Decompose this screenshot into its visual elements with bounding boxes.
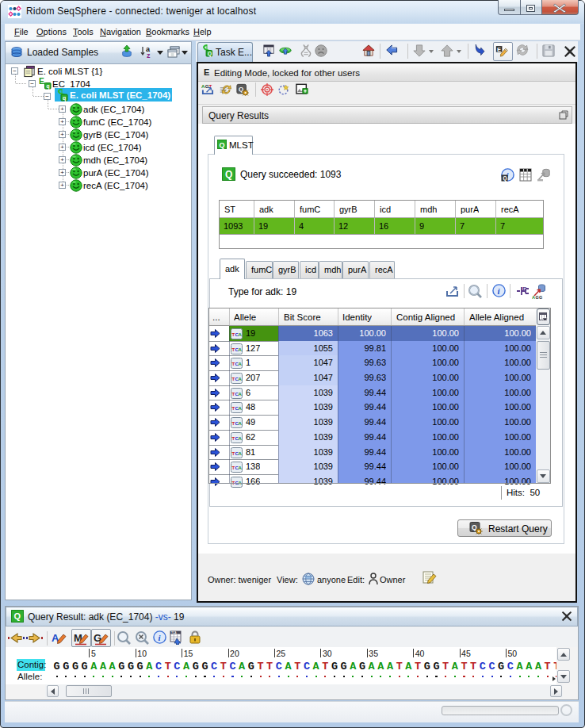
svg-text:Q: Q [225,169,232,180]
svg-text:TCA: TCA [171,631,177,634]
svg-text:A: A [239,436,243,441]
svg-text:A: A [239,332,243,337]
svg-text:A: A [239,406,243,411]
svg-text:Q: Q [220,141,225,149]
svg-text:Q: Q [472,523,477,531]
svg-text:A: A [239,347,243,352]
svg-text:G: G [539,295,542,300]
svg-text:E: E [522,285,527,293]
svg-text:E: E [39,77,44,86]
svg-text:A: A [239,362,243,366]
svg-text:A: A [239,466,243,470]
svg-text:z: z [147,52,151,59]
svg-text:A: A [239,421,243,426]
svg-text:Q: Q [208,51,212,57]
svg-text:q: q [63,95,66,102]
svg-text:A: A [239,377,243,381]
svg-text:A: A [239,451,243,456]
svg-text:Q: Q [14,611,21,621]
svg-text:E: E [497,46,501,53]
svg-text:Q: Q [503,175,507,182]
svg-text:A: A [532,295,535,300]
svg-text:A: A [239,392,243,397]
svg-text:q: q [46,83,49,90]
